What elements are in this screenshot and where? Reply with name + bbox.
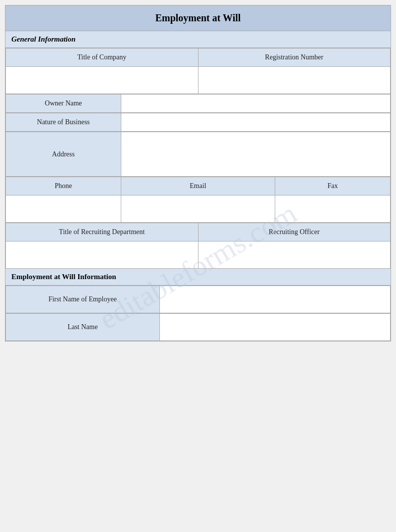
title-company-label: Title of Company — [6, 48, 198, 67]
registration-number-label: Registration Number — [198, 48, 391, 67]
recruiting-dept-input[interactable] — [6, 242, 198, 269]
owner-name-input[interactable] — [121, 95, 391, 113]
last-name-label: Last Name — [6, 314, 160, 341]
email-label: Email — [121, 177, 275, 195]
first-name-input[interactable] — [159, 286, 390, 313]
general-info-header: General Information — [5, 31, 391, 48]
fax-input[interactable] — [275, 195, 390, 223]
registration-number-input[interactable] — [198, 67, 391, 94]
form-container: Employment at Will General Information T… — [5, 5, 391, 341]
owner-name-label: Owner Name — [6, 95, 121, 113]
fax-label: Fax — [275, 177, 390, 195]
address-label: Address — [6, 132, 121, 177]
phone-label: Phone — [6, 177, 121, 195]
form-title: Employment at Will — [5, 5, 391, 31]
recruiting-officer-label: Recruiting Officer — [198, 223, 391, 242]
nature-of-business-input[interactable] — [121, 113, 391, 132]
employment-info-header: Employment at Will Information — [5, 269, 391, 286]
email-input[interactable] — [121, 195, 275, 223]
title-company-input[interactable] — [6, 67, 198, 94]
address-input[interactable] — [121, 132, 391, 177]
first-name-label: First Name of Employee — [6, 286, 160, 313]
recruiting-dept-label: Title of Recruiting Department — [6, 223, 198, 242]
phone-input[interactable] — [6, 195, 121, 223]
last-name-input[interactable] — [159, 314, 390, 341]
recruiting-officer-input[interactable] — [198, 242, 391, 269]
nature-of-business-label: Nature of Business — [6, 113, 121, 132]
